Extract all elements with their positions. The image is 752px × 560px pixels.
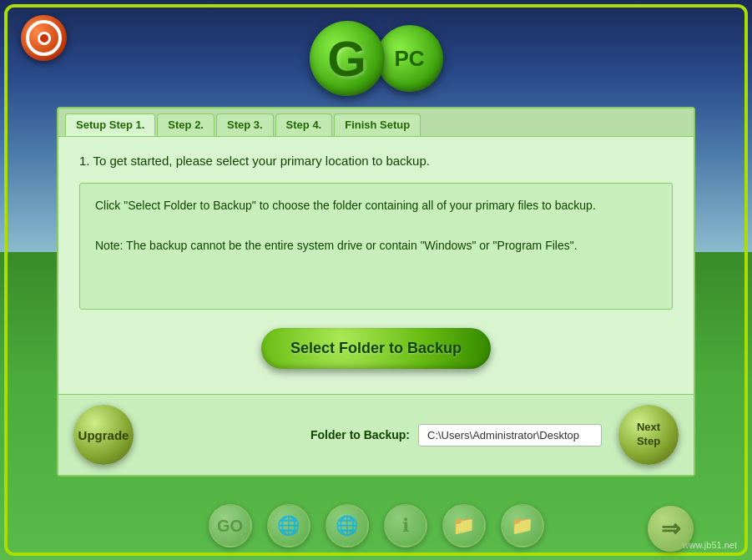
bottom-icon-globe2[interactable]: 🌐	[326, 504, 369, 547]
folder2-icon: 📁	[511, 515, 533, 537]
watermark: www.jb51.net	[683, 540, 737, 550]
logo-pc: PC	[376, 25, 443, 92]
next-step-button[interactable]: NextStep	[618, 405, 679, 465]
tab-bar: Setup Step 1. Step 2. Step 3. Step 4. Fi…	[58, 108, 694, 137]
info-line1: Click "Select Folder to Backup" to choos…	[95, 196, 657, 216]
upgrade-button[interactable]: Upgrade	[73, 405, 134, 465]
bottom-bar: Upgrade Folder to Backup: C:\Users\Admin…	[58, 394, 694, 475]
logo-g: G	[310, 21, 385, 96]
tab-step4[interactable]: Step 4.	[275, 114, 333, 136]
folder1-icon: 📁	[452, 515, 475, 537]
globe2-icon: 🌐	[336, 515, 358, 537]
globe1-icon: 🌐	[277, 515, 300, 537]
bottom-icon-folder2[interactable]: 📁	[501, 504, 544, 547]
tab-step2[interactable]: Step 2.	[157, 114, 214, 136]
go-label: GO	[217, 517, 243, 536]
header: G PC	[0, 8, 752, 108]
bottom-icon-globe1[interactable]: 🌐	[267, 504, 310, 547]
tab-step1[interactable]: Setup Step 1.	[65, 114, 155, 136]
bottom-icon-folder1[interactable]: 📁	[442, 504, 486, 547]
folder-path-display: C:\Users\Administrator\Desktop	[418, 424, 602, 446]
step-intro: 1. To get started, please select your pr…	[79, 154, 673, 168]
info-box: Click "Select Folder to Backup" to choos…	[79, 183, 673, 310]
info-line2: Note: The backup cannot be the entire sy…	[95, 236, 657, 256]
arrow-right-icon: ⇒	[661, 515, 680, 542]
info-icon: ℹ	[402, 515, 409, 537]
arrow-icon-bottom-right[interactable]: ⇒	[648, 506, 694, 552]
bottom-icons-row: GO 🌐 🌐 ℹ 📁 📁	[0, 504, 752, 547]
go-button[interactable]: GO	[209, 504, 252, 547]
main-panel: Setup Step 1. Step 2. Step 3. Step 4. Fi…	[57, 107, 695, 477]
next-step-label: NextStep	[637, 421, 660, 447]
tab-finish[interactable]: Finish Setup	[334, 114, 421, 136]
content-area: 1. To get started, please select your pr…	[58, 137, 694, 394]
bottom-icon-info[interactable]: ℹ	[384, 504, 427, 547]
tab-step3[interactable]: Step 3.	[216, 114, 274, 136]
folder-to-backup-label: Folder to Backup:	[310, 428, 410, 441]
logo: G PC	[310, 21, 443, 96]
select-folder-button[interactable]: Select Folder to Backup	[261, 328, 491, 369]
